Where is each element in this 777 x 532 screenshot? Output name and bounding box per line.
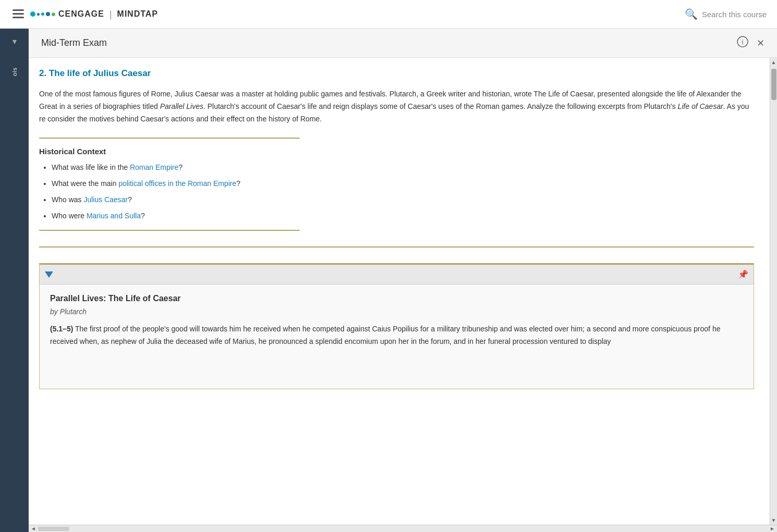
source-box-header-left	[45, 271, 53, 278]
section-title: 2. The life of Julius Caesar	[39, 68, 754, 79]
list-item: What was life like in the Roman Empire?	[52, 162, 754, 173]
list-item-text-before: What were the main	[52, 179, 118, 188]
list-item-text-after: ?	[237, 179, 241, 188]
navbar: CENGAGE | MINDTAP 🔍 Search this course	[0, 0, 777, 29]
svg-text:i: i	[742, 38, 744, 46]
svg-rect-2	[13, 17, 24, 18]
list-item: Who was Julius Caesar?	[52, 194, 754, 205]
mindtap-brand-text: MINDTAP	[117, 9, 158, 19]
source-box: 📌 Parallel Lives: The Life of Caesar by …	[39, 263, 754, 389]
source-author: by Plutarch	[50, 307, 743, 316]
close-button[interactable]: ✕	[757, 38, 764, 49]
historical-context-list: What was life like in the Roman Empire? …	[39, 162, 754, 221]
marius-sulla-link[interactable]: Marius and Sulla	[87, 212, 141, 220]
h-scroll-left-arrow[interactable]: ◄	[31, 526, 36, 531]
gold-divider-source-top	[39, 246, 754, 248]
main-area: Mid-Term Exam i ✕ 2. The life of Julius …	[29, 29, 777, 532]
page-title: Mid-Term Exam	[41, 38, 107, 48]
scroll-thumb[interactable]	[771, 69, 776, 100]
list-item-text-after: ?	[141, 212, 145, 220]
main-layout: ▾ ols Mid-Term Exam i ✕ 2. The life of J…	[0, 29, 777, 532]
source-box-body[interactable]: Parallel Lives: The Life of Caesar by Pl…	[40, 284, 754, 389]
list-item-text-before: Who was	[52, 195, 83, 204]
list-item-text-before: Who were	[52, 212, 87, 220]
horizontal-scrollbar[interactable]: ◄ ►	[29, 525, 777, 532]
cengage-logo-dots	[30, 11, 55, 17]
h-scroll-right-arrow[interactable]: ►	[770, 526, 775, 531]
source-text: (5.1–5) The first proof of the people's …	[50, 323, 743, 348]
source-box-header: 📌	[40, 265, 754, 284]
svg-rect-0	[13, 9, 24, 11]
h-scroll-thumb[interactable]	[38, 527, 69, 531]
info-button[interactable]: i	[737, 36, 748, 50]
nav-toggle-button[interactable]	[10, 6, 26, 22]
list-item-text-after: ?	[128, 195, 132, 204]
intro-paragraph: One of the most famous figures of Rome, …	[39, 88, 754, 125]
gold-divider-top	[39, 138, 300, 139]
search-icon: 🔍	[685, 8, 698, 20]
scroll-up-arrow[interactable]: ▲	[771, 58, 776, 67]
brand-divider: |	[109, 9, 112, 20]
search-label[interactable]: Search this course	[702, 10, 767, 19]
roman-empire-link[interactable]: Roman Empire	[130, 163, 178, 171]
sidebar: ▾ ols	[0, 29, 29, 532]
dot-5	[52, 13, 55, 16]
passage-label: (5.1–5)	[50, 325, 73, 333]
dot-4	[46, 12, 50, 16]
source-title: Parallel Lives: The Life of Caesar	[50, 294, 743, 303]
svg-rect-1	[13, 13, 24, 15]
navbar-left: CENGAGE | MINDTAP	[10, 6, 158, 22]
list-item-text-after: ?	[179, 163, 183, 171]
scroll-down-arrow[interactable]: ▼	[771, 516, 776, 525]
passage-body: The first proof of the people's good wil…	[50, 325, 720, 345]
search-area[interactable]: 🔍 Search this course	[685, 8, 767, 20]
cengage-brand-text: CENGAGE	[58, 9, 104, 19]
brand-logo: CENGAGE | MINDTAP	[30, 9, 158, 20]
sidebar-section-label: ols	[11, 67, 18, 76]
page-header-actions: i ✕	[737, 36, 764, 50]
dot-2	[37, 13, 40, 16]
dot-3	[41, 13, 44, 16]
sidebar-chevron-icon[interactable]: ▾	[13, 36, 17, 46]
right-scrollbar[interactable]: ▲ ▼	[770, 58, 777, 525]
collapse-triangle-icon[interactable]	[45, 271, 53, 278]
gold-divider-bottom	[39, 230, 300, 231]
political-offices-link[interactable]: political offices in the Roman Empire	[118, 179, 236, 188]
list-item-text-before: What was life like in the	[52, 163, 130, 171]
julius-caesar-link[interactable]: Julius Caesar	[83, 195, 128, 204]
list-item: Who were Marius and Sulla?	[52, 211, 754, 221]
content-scroll-area[interactable]: 2. The life of Julius Caesar One of the …	[29, 58, 770, 525]
list-item: What were the main political offices in …	[52, 178, 754, 189]
page-header: Mid-Term Exam i ✕	[29, 29, 777, 58]
dot-1	[30, 11, 35, 17]
historical-context-title: Historical Context	[39, 147, 754, 156]
pin-button[interactable]: 📌	[738, 269, 748, 279]
